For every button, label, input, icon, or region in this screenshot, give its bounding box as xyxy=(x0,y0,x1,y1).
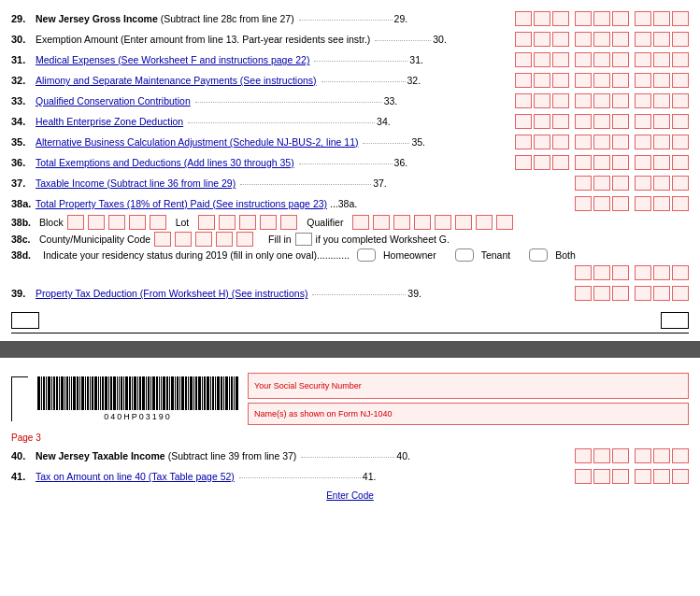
box[interactable] xyxy=(552,93,569,108)
box[interactable] xyxy=(552,73,569,88)
box[interactable] xyxy=(653,286,670,301)
box[interactable] xyxy=(635,176,651,191)
box[interactable] xyxy=(593,155,610,170)
box[interactable] xyxy=(552,155,569,170)
box[interactable] xyxy=(612,448,629,463)
box[interactable] xyxy=(635,448,651,463)
fill-box[interactable] xyxy=(295,233,312,246)
box[interactable] xyxy=(635,93,651,108)
qualifier-box-3[interactable] xyxy=(393,215,410,230)
box[interactable] xyxy=(515,52,532,67)
box[interactable] xyxy=(612,114,629,129)
box[interactable] xyxy=(635,52,651,67)
box[interactable] xyxy=(534,73,550,88)
box[interactable] xyxy=(593,114,610,129)
box[interactable] xyxy=(672,286,689,301)
county-box-4[interactable] xyxy=(216,232,233,247)
qualifier-box-8[interactable] xyxy=(496,215,513,230)
box[interactable] xyxy=(593,73,610,88)
box[interactable] xyxy=(575,93,592,108)
box[interactable] xyxy=(653,73,670,88)
box[interactable] xyxy=(672,114,689,129)
box[interactable] xyxy=(672,73,689,88)
box[interactable] xyxy=(635,11,651,26)
qualifier-box-4[interactable] xyxy=(414,215,431,230)
box[interactable] xyxy=(672,52,689,67)
box[interactable] xyxy=(593,135,610,149)
box[interactable] xyxy=(672,32,689,47)
box[interactable] xyxy=(552,11,569,26)
homeowner-oval[interactable] xyxy=(357,248,376,262)
box[interactable] xyxy=(612,73,629,88)
lot-box-5[interactable] xyxy=(280,215,297,230)
box[interactable] xyxy=(612,176,629,191)
box[interactable] xyxy=(575,114,592,129)
box[interactable] xyxy=(635,469,651,484)
box[interactable] xyxy=(653,196,670,211)
both-oval[interactable] xyxy=(529,248,548,262)
box[interactable] xyxy=(672,135,689,149)
box[interactable] xyxy=(593,469,610,484)
county-box-2[interactable] xyxy=(175,232,192,247)
box[interactable] xyxy=(635,286,651,301)
box[interactable] xyxy=(552,32,569,47)
box[interactable] xyxy=(653,469,670,484)
box[interactable] xyxy=(672,93,689,108)
box[interactable] xyxy=(653,32,670,47)
box[interactable] xyxy=(653,448,670,463)
box[interactable] xyxy=(672,448,689,463)
box[interactable] xyxy=(672,176,689,191)
box[interactable] xyxy=(593,196,610,211)
box[interactable] xyxy=(653,52,670,67)
block-box-5[interactable] xyxy=(150,215,166,230)
box[interactable] xyxy=(612,32,629,47)
box[interactable] xyxy=(575,286,592,301)
box[interactable] xyxy=(612,135,629,149)
box[interactable] xyxy=(672,265,689,280)
box[interactable] xyxy=(635,155,651,170)
box[interactable] xyxy=(612,11,629,26)
box[interactable] xyxy=(534,114,550,129)
box[interactable] xyxy=(635,196,651,211)
box[interactable] xyxy=(653,114,670,129)
line-32-link[interactable]: Alimony and Separate Maintenance Payment… xyxy=(36,75,317,86)
box[interactable] xyxy=(653,135,670,149)
box[interactable] xyxy=(575,176,592,191)
lot-box-3[interactable] xyxy=(239,215,256,230)
line-37-link[interactable]: Taxable Income (Subtract line 36 from li… xyxy=(36,177,236,189)
line-31-link[interactable]: Medical Expenses (See Worksheet F and in… xyxy=(36,54,309,65)
line-39-link[interactable]: Property Tax Deduction (From Worksheet H… xyxy=(36,288,307,299)
box[interactable] xyxy=(653,93,670,108)
box[interactable] xyxy=(534,155,550,170)
box[interactable] xyxy=(593,448,610,463)
qualifier-box-1[interactable] xyxy=(352,215,369,230)
qualifier-box-6[interactable] xyxy=(455,215,472,230)
box[interactable] xyxy=(593,32,610,47)
lot-box-2[interactable] xyxy=(219,215,236,230)
box[interactable] xyxy=(593,265,610,280)
box[interactable] xyxy=(653,176,670,191)
box[interactable] xyxy=(575,73,592,88)
box[interactable] xyxy=(612,265,629,280)
box[interactable] xyxy=(593,11,610,26)
box[interactable] xyxy=(672,155,689,170)
line-35-link[interactable]: Alternative Business Calculation Adjustm… xyxy=(36,136,359,148)
box[interactable] xyxy=(515,93,532,108)
lot-box-1[interactable] xyxy=(198,215,215,230)
box[interactable] xyxy=(593,176,610,191)
box[interactable] xyxy=(575,448,592,463)
box[interactable] xyxy=(575,32,592,47)
box[interactable] xyxy=(515,155,532,170)
line-36-link[interactable]: Total Exemptions and Deductions (Add lin… xyxy=(36,157,294,168)
box[interactable] xyxy=(575,11,592,26)
line-38a-link[interactable]: Total Property Taxes (18% of Rent) Paid … xyxy=(36,198,327,209)
enter-code-link[interactable]: Enter Code xyxy=(326,490,374,501)
box[interactable] xyxy=(534,93,550,108)
line-41-link[interactable]: Tax on Amount on line 40 (Tax Table page… xyxy=(36,471,235,482)
lot-box-4[interactable] xyxy=(260,215,277,230)
box[interactable] xyxy=(612,286,629,301)
line-34-link[interactable]: Health Enterprise Zone Deduction xyxy=(36,116,183,127)
box[interactable] xyxy=(575,135,592,149)
box[interactable] xyxy=(635,114,651,129)
qualifier-box-5[interactable] xyxy=(435,215,451,230)
